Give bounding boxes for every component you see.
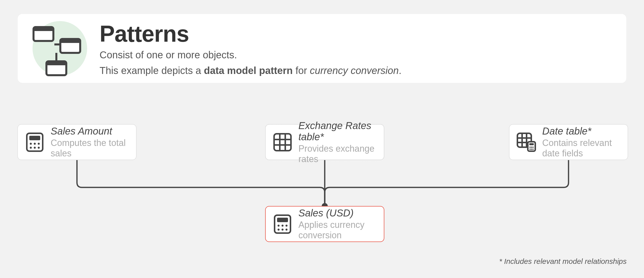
node-date-table: Date table* Contains relevant date field…: [509, 124, 628, 160]
node-title: Sales Amount: [51, 126, 129, 137]
svg-point-34: [286, 228, 288, 230]
svg-point-5: [38, 143, 40, 145]
node-description: Contains relevant date fields: [542, 138, 621, 158]
node-description: Computes the total sales: [51, 138, 129, 158]
calculator-icon: [25, 132, 45, 152]
svg-point-30: [282, 225, 284, 226]
svg-point-3: [30, 143, 32, 145]
svg-point-32: [278, 228, 280, 230]
node-title: Date table*: [542, 126, 621, 137]
svg-point-4: [34, 143, 36, 145]
svg-point-29: [278, 225, 280, 226]
table-calculator-icon: [516, 132, 536, 152]
header-card: Patterns Consist of one or more objects.…: [18, 14, 626, 83]
footnote: * Includes relevant model relationships: [499, 257, 626, 266]
svg-point-24: [530, 148, 531, 150]
svg-point-31: [286, 225, 288, 226]
pattern-diagram-icon: [32, 21, 87, 76]
svg-point-33: [282, 228, 284, 230]
header-subtitle-1: Consist of one or more objects.: [100, 50, 612, 60]
svg-point-8: [38, 147, 40, 149]
svg-rect-2: [29, 136, 40, 140]
node-description: Applies currency conversion: [298, 220, 377, 240]
page-title: Patterns: [100, 21, 612, 47]
svg-point-22: [531, 146, 532, 148]
node-title: Sales (USD): [298, 208, 377, 219]
svg-point-21: [530, 146, 531, 148]
node-exchange-rates: Exchange Rates table* Provides exchange …: [265, 124, 384, 160]
node-title: Exchange Rates table*: [298, 120, 377, 142]
svg-point-26: [532, 148, 534, 150]
calculator-icon: [272, 214, 292, 234]
svg-point-7: [34, 147, 36, 149]
node-sales-amount: Sales Amount Computes the total sales: [18, 124, 136, 160]
svg-point-25: [531, 148, 532, 150]
svg-rect-9: [274, 134, 291, 151]
node-sales-usd: Sales (USD) Applies currency conversion: [265, 206, 384, 242]
table-icon: [272, 132, 292, 152]
svg-point-6: [30, 147, 32, 149]
svg-rect-20: [529, 143, 534, 145]
svg-rect-28: [277, 218, 288, 222]
header-subtitle-2: This example depicts a data model patter…: [100, 65, 612, 76]
node-description: Provides exchange rates: [298, 144, 377, 164]
svg-point-23: [532, 146, 534, 148]
